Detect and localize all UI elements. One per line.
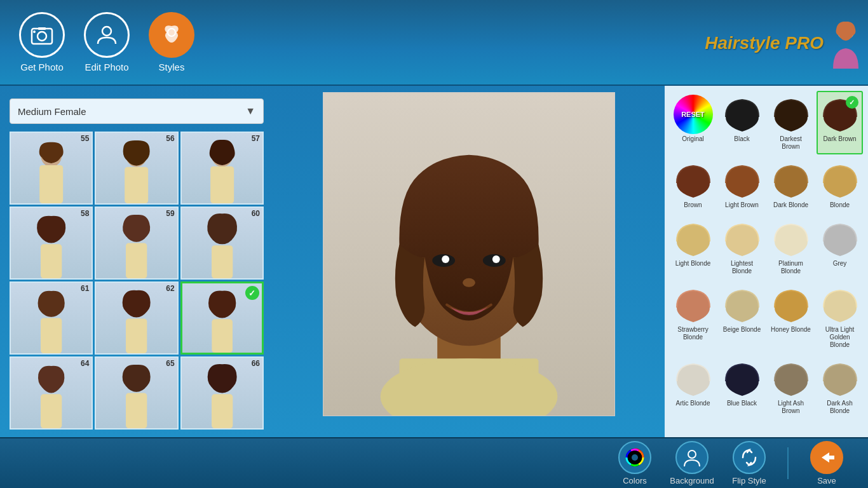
preview-frame <box>323 92 615 416</box>
swatch-label-lightest-blonde: Lightest Blonde <box>721 260 763 275</box>
flip-arrows-icon <box>739 447 759 468</box>
colors-button[interactable]: Colors <box>613 441 657 485</box>
save-arrow-icon <box>817 447 837 468</box>
nav-get-photo[interactable]: Get Photo <box>19 12 65 72</box>
styles-label: Styles <box>159 62 185 72</box>
swatch-label-honey-blonde: Honey Blonde <box>771 326 811 334</box>
colors-panel: RESET Original Black <box>665 86 868 437</box>
color-swatch-black[interactable]: Black <box>719 91 765 154</box>
color-swatch-lightest-blonde[interactable]: Lightest Blonde <box>719 215 765 279</box>
color-swatch-reset[interactable]: RESET Original <box>670 91 716 154</box>
nav-styles[interactable]: Styles <box>149 12 194 72</box>
color-swatch-artic-blonde[interactable]: Artic Blonde <box>670 355 716 419</box>
styles-grid: 55 56 <box>10 132 264 430</box>
save-button[interactable]: Save <box>804 441 849 485</box>
style-item-60[interactable]: 60 <box>180 207 264 280</box>
style-item-62[interactable]: 62 <box>95 281 178 355</box>
svg-point-43 <box>688 451 696 458</box>
get-photo-label: Get Photo <box>20 62 64 72</box>
color-swatch-platinum-blonde[interactable]: Platinum Blonde <box>768 215 814 279</box>
svg-rect-18 <box>212 245 233 278</box>
svg-point-1 <box>37 32 46 41</box>
swatch-label-darkest-brown: Darkest Brown <box>770 135 811 151</box>
style-item-58[interactable]: 58 <box>10 207 93 280</box>
brand-name: Hairstyle PRO <box>705 33 824 53</box>
style-item-61[interactable]: 61 <box>10 281 93 355</box>
hair-swatch-grey <box>820 219 860 259</box>
swatch-label-light-brown: Light Brown <box>725 201 759 209</box>
brand-person-icon <box>830 18 862 69</box>
flip-style-label: Flip Style <box>732 476 766 485</box>
hair-swatch-strawberry-blonde <box>674 285 713 325</box>
color-swatch-strawberry-blonde[interactable]: Strawberry Blonde <box>670 281 716 353</box>
styles-panel: Medium Female ▼ 55 56 <box>0 86 273 437</box>
swatch-label-brown: Brown <box>684 201 702 209</box>
color-swatch-honey-blonde[interactable]: Honey Blonde <box>768 281 814 353</box>
save-icon-circle <box>810 441 843 474</box>
brand-logo: Hairstyle PRO <box>684 0 862 86</box>
color-swatch-dark-brown[interactable]: ✓ Dark Brown <box>817 91 863 154</box>
color-swatch-light-brown[interactable]: Light Brown <box>719 157 765 213</box>
hair-swatch-dark-blonde <box>771 161 811 200</box>
color-swatch-darkest-brown[interactable]: Darkest Brown <box>768 91 814 154</box>
style-item-55[interactable]: 55 <box>10 132 93 205</box>
color-swatch-dark-blonde[interactable]: Dark Blonde <box>768 157 814 213</box>
selected-checkmark: ✓ <box>245 286 259 300</box>
swatch-label-artic-blonde: Artic Blonde <box>676 400 710 407</box>
person-icon <box>95 24 118 46</box>
style-item-59[interactable]: 59 <box>95 207 178 280</box>
style-figure-58 <box>11 208 92 278</box>
reset-swatch-circle: RESET <box>674 95 713 134</box>
style-figure-55 <box>11 133 92 203</box>
swatch-label-strawberry-blonde: Strawberry Blonde <box>672 326 714 341</box>
style-item-66[interactable]: 66 <box>180 356 264 430</box>
style-figure-60 <box>182 208 262 278</box>
swatch-label-grey: Grey <box>833 260 847 268</box>
svg-rect-8 <box>39 165 63 203</box>
style-item-56[interactable]: 56 <box>95 132 178 205</box>
style-item-57[interactable]: 57 <box>180 132 264 205</box>
style-figure-66 <box>182 358 262 428</box>
svg-point-42 <box>632 454 638 461</box>
color-swatch-brown[interactable]: Brown <box>670 157 716 213</box>
flip-style-button[interactable]: Flip Style <box>727 441 771 485</box>
svg-rect-24 <box>212 319 233 353</box>
swatch-label-reset: Original <box>682 135 703 143</box>
colors-label: Colors <box>623 476 647 485</box>
style-figure-61 <box>11 283 92 353</box>
swatch-label-platinum-blonde: Platinum Blonde <box>770 260 811 275</box>
get-photo-icon-circle <box>19 12 65 58</box>
svg-rect-20 <box>41 318 62 354</box>
color-swatch-beige-blonde[interactable]: Beige Blonde <box>719 281 765 353</box>
color-swatch-grey[interactable]: Grey <box>817 215 863 279</box>
color-swatch-light-blonde[interactable]: Light Blonde <box>670 215 716 279</box>
color-swatch-blonde[interactable]: Blonde <box>817 157 863 213</box>
color-swatch-blue-black[interactable]: Blue Black <box>719 355 765 419</box>
svg-point-38 <box>442 255 449 263</box>
nav-edit-photo[interactable]: Edit Photo <box>84 12 130 72</box>
style-figure-64 <box>11 358 92 428</box>
color-swatch-light-ash-brown[interactable]: Light Ash Brown <box>768 355 814 419</box>
svg-rect-2 <box>38 27 46 30</box>
style-figure-62 <box>96 283 177 353</box>
swatch-label-blue-black: Blue Black <box>727 400 757 407</box>
swatch-label-dark-blonde: Dark Blonde <box>773 201 808 209</box>
color-swatch-dark-ash-blonde[interactable]: Dark Ash Blonde <box>817 355 863 419</box>
color-swatch-ultra-light-golden-blonde[interactable]: Ultra Light Golden Blonde <box>817 281 863 353</box>
svg-rect-28 <box>126 393 147 429</box>
style-figure-56 <box>96 133 177 203</box>
svg-point-39 <box>492 255 500 263</box>
svg-point-40 <box>463 278 475 287</box>
background-button[interactable]: Background <box>670 441 714 485</box>
svg-rect-12 <box>210 166 234 203</box>
style-item-65[interactable]: 65 <box>95 356 178 430</box>
style-category-dropdown[interactable]: Medium Female ▼ <box>10 98 264 124</box>
style-figure-59 <box>96 208 177 278</box>
save-label: Save <box>817 476 836 485</box>
style-item-64[interactable]: 64 <box>10 356 93 430</box>
header: Get Photo Edit Photo Styles Hairstyle PR… <box>0 0 868 86</box>
hair-swatch-light-blonde <box>674 219 713 259</box>
swatch-label-black: Black <box>734 135 749 143</box>
chevron-down-icon: ▼ <box>245 105 255 117</box>
style-item-63[interactable]: ✓ <box>180 281 264 355</box>
